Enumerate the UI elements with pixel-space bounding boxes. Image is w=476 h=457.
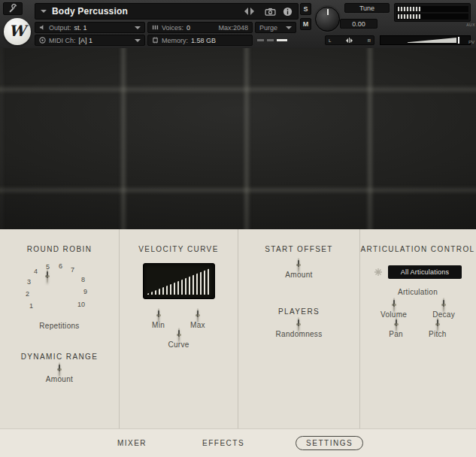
tab-mixer[interactable]: MIXER bbox=[113, 436, 151, 450]
mute-button[interactable]: M bbox=[300, 18, 311, 30]
articulation-control-title: ARTICULATION CONTROL bbox=[360, 245, 474, 253]
velocity-curve-knob[interactable] bbox=[178, 328, 180, 342]
start-offset-amount-label: Amount bbox=[285, 271, 312, 279]
velocity-curve-title: VELOCITY CURVE bbox=[138, 245, 218, 253]
aux-label: AUX bbox=[466, 23, 475, 27]
voices-label: Voices: bbox=[162, 24, 183, 32]
midi-dropdown-caret-icon[interactable] bbox=[135, 39, 141, 45]
repetition-mark-4: 4 bbox=[34, 268, 38, 275]
edit-wrench-button[interactable] bbox=[3, 2, 23, 15]
tune-knob[interactable] bbox=[315, 7, 340, 32]
memory-icon bbox=[152, 37, 159, 44]
articulation-pan-knob[interactable] bbox=[396, 317, 397, 331]
instrument-header: W Body Percussion bbox=[0, 0, 476, 48]
velocity-min-knob[interactable] bbox=[158, 308, 159, 322]
max-voices: Max:2048 bbox=[218, 24, 248, 32]
repetition-mark-6: 6 bbox=[59, 262, 62, 270]
midi-value: [A] 1 bbox=[79, 37, 93, 44]
articulation-dropdown[interactable]: All Articulations bbox=[388, 265, 462, 279]
solo-button[interactable]: S bbox=[300, 3, 311, 15]
output-dropdown-caret-icon[interactable] bbox=[135, 26, 141, 32]
repetition-mark-7: 7 bbox=[71, 266, 74, 274]
previous-instrument-icon[interactable] bbox=[241, 8, 248, 15]
articulation-link-icon[interactable] bbox=[374, 268, 383, 277]
tab-effects[interactable]: EFFECTS bbox=[198, 436, 249, 450]
settings-panel: ROUND ROBIN 1 2 3 4 5 6 7 8 9 10 Repetit… bbox=[0, 229, 476, 428]
articulation-volume-group: Volume bbox=[380, 305, 407, 319]
volume-fader[interactable] bbox=[380, 35, 471, 45]
velocity-min-group: Min bbox=[152, 316, 165, 329]
info-icon[interactable] bbox=[283, 7, 293, 17]
tune-label: Tune bbox=[359, 5, 374, 12]
snapshot-camera-icon[interactable] bbox=[265, 8, 276, 16]
purge-caret-icon bbox=[286, 26, 292, 32]
articulation-decay-group: Decay bbox=[432, 305, 455, 319]
purge-status-meter bbox=[257, 39, 287, 41]
output-label: Output: bbox=[49, 24, 71, 32]
round-robin-title: ROUND ROBIN bbox=[27, 245, 92, 253]
output-icon bbox=[39, 24, 46, 31]
velocity-max-knob[interactable] bbox=[197, 308, 199, 322]
midi-row[interactable]: MIDI Ch: [A] 1 bbox=[35, 35, 145, 46]
memory-row: Memory: 1.58 GB bbox=[147, 35, 253, 46]
velocity-curve-display bbox=[143, 263, 215, 299]
repetition-mark-10: 10 bbox=[77, 301, 85, 308]
level-meter bbox=[394, 3, 471, 22]
next-instrument-icon[interactable] bbox=[250, 8, 258, 15]
instrument-title-bar: Body Percussion bbox=[35, 3, 299, 20]
velocity-curve-group: Curve bbox=[168, 335, 189, 349]
purge-dropdown[interactable]: Purge bbox=[255, 22, 296, 33]
velocity-max-group: Max bbox=[190, 316, 205, 329]
velocity-curve-section: VELOCITY CURVE Min Max Curve bbox=[120, 229, 238, 428]
voices-icon bbox=[152, 24, 159, 31]
midi-label: MIDI Ch: bbox=[49, 37, 76, 44]
kontakt-instrument-window: W Body Percussion bbox=[0, 0, 476, 457]
articulation-control-section: ARTICULATION CONTROL All Articulations A… bbox=[360, 229, 475, 428]
repetitions-label: Repetitions bbox=[39, 322, 79, 330]
tab-settings[interactable]: SETTINGS bbox=[296, 436, 363, 450]
dynamic-range-amount-knob[interactable] bbox=[59, 362, 60, 377]
dynamic-range-amount-group: Amount bbox=[46, 370, 73, 383]
solo-button-label: S bbox=[303, 5, 308, 13]
pan-slider[interactable]: L R bbox=[325, 35, 374, 45]
instrument-title: Body Percussion bbox=[52, 6, 128, 17]
instrument-artwork bbox=[0, 48, 476, 229]
voices-value: 0 bbox=[186, 24, 190, 32]
instrument-dropdown-caret-icon[interactable] bbox=[41, 10, 47, 16]
repetitions-knob[interactable] bbox=[47, 269, 48, 283]
level-meter-right bbox=[396, 14, 468, 20]
repetitions-knob-area: 1 2 3 4 5 6 7 8 9 10 bbox=[14, 265, 105, 319]
articulation-pan-group: Pan bbox=[389, 325, 403, 338]
level-meter-left bbox=[396, 6, 468, 12]
start-offset-section: START OFFSET Amount PLAYERS Randomness bbox=[238, 229, 360, 428]
repetition-mark-3: 3 bbox=[27, 278, 31, 286]
repetition-mark-9: 9 bbox=[83, 288, 87, 295]
articulation-volume-knob[interactable] bbox=[393, 298, 395, 312]
purge-label: Purge bbox=[259, 24, 277, 32]
start-offset-amount-group: Amount bbox=[285, 265, 312, 279]
memory-value: 1.58 GB bbox=[191, 37, 216, 44]
articulation-pitch-group: Pitch bbox=[429, 325, 447, 338]
repetition-mark-8: 8 bbox=[81, 276, 85, 283]
tune-label-box: Tune bbox=[344, 3, 390, 13]
bottom-tab-bar: MIXER EFFECTS SETTINGS bbox=[0, 428, 476, 457]
players-randomness-group: Randomness bbox=[276, 325, 323, 338]
dynamic-range-title: DYNAMIC RANGE bbox=[21, 353, 99, 361]
repetition-mark-2: 2 bbox=[26, 290, 29, 298]
articulation-label: Articulation bbox=[398, 288, 438, 296]
pan-left-label: L bbox=[329, 38, 331, 43]
voices-row: Voices: 0 Max:2048 bbox=[147, 22, 253, 33]
players-randomness-label: Randomness bbox=[276, 330, 323, 338]
round-robin-section: ROUND ROBIN 1 2 3 4 5 6 7 8 9 10 Repetit… bbox=[0, 229, 120, 428]
volume-fader-handle[interactable] bbox=[458, 37, 459, 44]
tune-value: 0.00 bbox=[352, 20, 365, 28]
wrench-icon bbox=[8, 4, 18, 14]
start-offset-title: START OFFSET bbox=[265, 245, 333, 253]
output-value: st. 1 bbox=[74, 24, 87, 32]
tune-value-box[interactable]: 0.00 bbox=[340, 19, 377, 29]
logo-letter: W bbox=[9, 22, 26, 40]
volume-decay-row: Volume Decay bbox=[380, 305, 455, 319]
players-title: PLAYERS bbox=[278, 307, 320, 316]
articulation-pitch-knob[interactable] bbox=[437, 317, 438, 331]
output-row[interactable]: Output: st. 1 bbox=[35, 22, 145, 33]
